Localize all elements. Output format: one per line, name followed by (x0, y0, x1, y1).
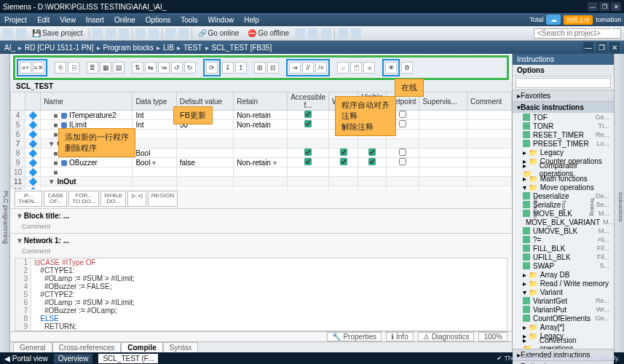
chk-writ[interactable] (340, 158, 347, 165)
sidetab-test[interactable]: Testing (589, 61, 596, 352)
t-ic25[interactable]: ⚙ (401, 62, 413, 74)
chk-acc[interactable] (304, 120, 312, 127)
sidetab-tasks[interactable]: Tasks (561, 61, 567, 352)
bc-project[interactable]: AI_ (4, 44, 15, 52)
blk-case[interactable]: CASEOF... (44, 191, 67, 207)
tb-ic4[interactable] (338, 28, 348, 39)
menu-project[interactable]: Project (4, 16, 27, 24)
tb-ic5[interactable] (351, 28, 361, 39)
compile-icon[interactable] (165, 28, 175, 39)
t-ic4[interactable]: ⍈ (68, 62, 79, 74)
delete-row-icon[interactable]: ≡✕ (33, 62, 44, 74)
tb-ic2[interactable] (308, 28, 318, 39)
t-ic3[interactable]: ⎘ (55, 62, 66, 74)
chk-vis[interactable] (368, 158, 376, 165)
chk-set[interactable] (399, 120, 406, 127)
close-icon[interactable]: ✕ (611, 2, 621, 11)
tb-ic3[interactable] (321, 28, 331, 39)
t-ic22[interactable]: ⍞ (350, 62, 362, 74)
sidetab-lib[interactable]: Libraries (532, 61, 539, 352)
var-ret[interactable]: Non-retain (234, 111, 288, 120)
var-name[interactable]: ■ OBuzzer (41, 158, 133, 167)
t-ic17[interactable]: ⊟ (267, 62, 279, 74)
go-online-button[interactable]: 🔗 Go online (195, 29, 242, 37)
upload-label[interactable]: 拍照上传 (564, 15, 593, 25)
network-title-row[interactable]: ▼ Network 1: ... (10, 233, 512, 248)
blk-region[interactable]: REGION (148, 191, 178, 207)
var-ret[interactable] (234, 177, 288, 186)
var-name[interactable]: ■ ITemperature2 (41, 111, 133, 120)
paste-icon[interactable] (119, 28, 129, 39)
menu-online[interactable]: Online (114, 16, 135, 24)
bc-close-icon[interactable]: ✕ (609, 42, 620, 52)
bc-max-icon[interactable]: ❐ (596, 42, 607, 52)
chk-writ[interactable] (340, 149, 347, 156)
var-type[interactable] (133, 130, 176, 139)
menu-view[interactable]: View (60, 16, 76, 24)
chk-set[interactable] (399, 149, 406, 156)
diagnostics-button[interactable]: ⚠ Diagnostics (418, 332, 475, 341)
menu-window[interactable]: Window (208, 16, 234, 24)
block-title-row[interactable]: ▼ Block title: ... (10, 208, 512, 223)
blk-if[interactable]: IF...THEN... (15, 191, 42, 207)
chk-vis[interactable] (368, 149, 376, 156)
open-icon[interactable] (16, 28, 26, 39)
chk-acc[interactable] (304, 111, 312, 118)
info-button[interactable]: ℹ Info (386, 332, 414, 341)
var-type[interactable] (133, 177, 176, 186)
var-def[interactable] (176, 149, 233, 158)
uncomment-icon[interactable]: /× (315, 62, 327, 74)
menu-insert[interactable]: Insert (86, 16, 104, 24)
tab-compile[interactable]: Compile (121, 342, 162, 352)
bc-folder[interactable]: Program blocks (103, 44, 154, 52)
var-ret[interactable] (234, 139, 288, 149)
undo-icon[interactable] (135, 28, 146, 39)
block-comment[interactable]: Comment (10, 223, 512, 233)
bc-block[interactable]: SCL_TEST [FB35] (212, 44, 272, 52)
online-monitor-icon[interactable]: 👁 (385, 62, 397, 74)
auto-align-icon[interactable]: ⇥ (289, 62, 301, 74)
blk-while[interactable]: WHILEDO... (100, 191, 126, 207)
var-ret[interactable] (234, 130, 288, 139)
col-com[interactable]: Comment (467, 92, 511, 111)
go-offline-button[interactable]: ⛔ Go offline (245, 29, 292, 37)
var-type[interactable] (133, 167, 176, 177)
bc-plc[interactable]: RD [CPU 1511-1 PN] (25, 44, 93, 52)
tab-cross[interactable]: Cross-references (52, 342, 122, 352)
t-ic5[interactable]: ≣ (87, 62, 98, 74)
maximize-icon[interactable]: ❐ (599, 2, 609, 11)
var-type[interactable]: Bool ▾ (133, 158, 176, 167)
t-ic10[interactable]: ≔ (158, 62, 170, 74)
t-ic7[interactable]: ▤ (113, 62, 125, 74)
t-ic12[interactable]: ↻ (184, 62, 196, 74)
t-ic14[interactable]: ↧ (222, 62, 234, 74)
fb-update-icon[interactable]: ⟳ (206, 62, 218, 74)
t-ic11[interactable]: ↺ (171, 62, 183, 74)
comment-icon[interactable]: // (302, 62, 314, 74)
var-type[interactable]: Int (133, 111, 176, 120)
var-type[interactable]: Int (133, 120, 176, 130)
cut-icon[interactable] (92, 28, 103, 39)
tab-general[interactable]: General (13, 342, 52, 352)
col-name[interactable]: Name (41, 92, 133, 111)
var-def[interactable] (176, 167, 233, 177)
col-sup[interactable]: Supervis... (419, 92, 467, 111)
t-ic8[interactable]: ⇅ (132, 62, 143, 74)
var-type[interactable]: Bool (133, 149, 176, 158)
blk-paren[interactable]: (•..•) (127, 191, 146, 207)
bc-lib[interactable]: LIB (163, 44, 174, 52)
overview-tab[interactable]: Overview (54, 354, 93, 363)
var-name[interactable]: ■ (41, 167, 133, 177)
minimize-icon[interactable]: — (588, 2, 598, 11)
redo-icon[interactable] (149, 28, 159, 39)
properties-button[interactable]: 🔧 Properties (327, 332, 382, 341)
download-icon[interactable] (178, 28, 189, 39)
tb-ic1[interactable] (295, 28, 305, 39)
blk-for[interactable]: FOR...TO DO... (68, 191, 99, 207)
tab-syntax[interactable]: Syntax (163, 342, 199, 352)
var-def[interactable] (176, 139, 233, 149)
code-editor[interactable]: 1⊟CASE #IType OF2 #CTYPE1:3 #OLamp := #S… (15, 258, 508, 331)
t-ic9[interactable]: ⇆ (145, 62, 157, 74)
var-ret[interactable]: Non-retain (234, 120, 288, 130)
cloud-icon[interactable]: ☁ (546, 15, 561, 25)
